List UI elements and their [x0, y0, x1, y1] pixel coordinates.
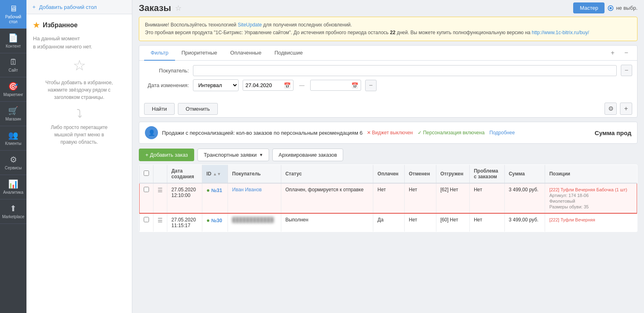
date-from-wrap: 📅: [243, 80, 294, 91]
row-time: 11:15:17: [171, 223, 191, 228]
panel-header: ＋ Добавить рабочий стол: [26, 0, 132, 14]
calendar-icon[interactable]: 📅: [284, 82, 291, 89]
row-sum-cell: 3 499,00 руб.: [504, 183, 545, 213]
hint-1: Чтобы добавить в избранное,: [46, 80, 113, 85]
calendar-icon-2[interactable]: 📅: [351, 82, 358, 89]
date-mode-select[interactable]: Интервал Точная дата Период: [193, 79, 239, 91]
sidebar-item-analytics[interactable]: 📊 Аналитика: [0, 175, 26, 199]
row-buyer-cell: ████████████: [228, 213, 281, 232]
row-menu-icon[interactable]: ☰: [158, 187, 163, 193]
favorites-title-text: Избранное: [43, 22, 78, 29]
row-menu-icon[interactable]: ☰: [158, 217, 163, 223]
header-right: Мастер не выбр.: [573, 2, 637, 13]
favorites-empty-text: На данный момент в избранном ничего нет.: [33, 35, 125, 50]
row-problem-cell: Нет: [469, 183, 504, 213]
sidebar-item-marketplace[interactable]: ⬆ Marketplace: [0, 199, 26, 224]
date-remove-button[interactable]: −: [365, 80, 377, 91]
filter-tab-priority[interactable]: Приоритетные: [175, 46, 224, 61]
sidebar-item-clients[interactable]: 👥 Клиенты: [0, 126, 26, 151]
buyer-input[interactable]: [193, 65, 617, 76]
add-filter-button[interactable]: +: [620, 103, 632, 115]
buyer-remove-button[interactable]: −: [621, 65, 632, 76]
favorites-title: ★ Избранное: [33, 21, 125, 30]
services-icon: ⚙: [10, 155, 17, 164]
title-star-icon[interactable]: ☆: [175, 4, 182, 13]
table-header-row: Датасоздания ID ▲▼ Покупатель Статус Опл…: [139, 165, 637, 184]
add-workspace-button[interactable]: ＋ Добавить рабочий стол: [31, 3, 97, 11]
select-all-checkbox[interactable]: [144, 171, 149, 176]
pers-right: Сумма прод: [595, 129, 631, 136]
row-id-cell: ● №31: [202, 183, 228, 213]
find-button[interactable]: Найти: [144, 103, 175, 115]
sidebar-label-desktop: Рабочий стол: [2, 15, 25, 24]
sidebar-item-shop[interactable]: 🛒 Магазин: [0, 102, 26, 126]
desktop-icon: 🖥: [9, 4, 18, 13]
radio-dot-inner: [609, 7, 612, 9]
archive-button[interactable]: Архивирование заказов: [272, 149, 343, 161]
tab-plus-icon[interactable]: +: [607, 46, 618, 60]
sidebar: 🖥 Рабочий стол 📄 Контент 🗓 Сайт 🎯 Маркет…: [0, 0, 26, 313]
filter-tabs: Фильтр Приоритетные Оплаченные Подвисшие…: [139, 46, 637, 61]
alert-banner: Внимание! Воспользуйтесь технологией Sit…: [139, 17, 637, 41]
pers-badges: ✕ Виджет выключен ✓ Персонализация включ…: [367, 130, 515, 136]
sidebar-item-services[interactable]: ⚙ Сервисы: [0, 151, 26, 175]
analytics-icon: 📊: [8, 179, 18, 189]
add-order-button[interactable]: + Добавить заказ: [139, 149, 194, 161]
sidebar-label-marketing: Маркетинг: [3, 92, 23, 97]
personalization-details-link[interactable]: Подробнее: [489, 130, 515, 136]
master-button[interactable]: Мастер: [573, 2, 605, 13]
favorites-panel: ＋ Добавить рабочий стол ★ Избранное На д…: [26, 0, 132, 313]
transport-button[interactable]: Транспортные заявки ▼: [197, 149, 269, 161]
row-checkbox-cell: [139, 213, 153, 232]
table-row: ☰ 27.05.2020 12:10:00 ● №31 Иван Иванов …: [139, 183, 637, 213]
date-from-input[interactable]: [245, 80, 282, 90]
check-icon: ✓: [418, 130, 422, 136]
table-toolbar: + Добавить заказ Транспортные заявки ▼ А…: [132, 145, 644, 164]
filter-tab-stuck[interactable]: Подвисшие: [268, 46, 309, 61]
filter-tab-paid[interactable]: Оплаченные: [224, 46, 268, 61]
filter-tab-filter[interactable]: Фильтр: [144, 46, 175, 61]
row-date-cell: 27.05.2020 11:15:17: [167, 213, 202, 232]
alert-suffix: для получения последних обновлений.: [262, 22, 352, 28]
row-checkbox[interactable]: [144, 187, 149, 192]
alert-days: 22: [390, 30, 395, 35]
tab-minus-icon[interactable]: −: [620, 46, 632, 60]
buyer-blurred: ████████████: [232, 217, 274, 223]
site-update-link[interactable]: SiteUpdate: [238, 22, 262, 28]
cancel-button[interactable]: Отменить: [178, 103, 217, 115]
order-link[interactable]: №31: [211, 188, 222, 193]
favorites-icon-placeholder: ☆: [33, 57, 125, 74]
positions-text-2: [222] Туфли Вечерняя: [549, 217, 595, 222]
green-dot-icon: ●: [206, 187, 210, 193]
row-status-cell: Выполнен: [281, 213, 373, 232]
plus-icon: ＋: [31, 3, 37, 11]
hint-5: правую область.: [60, 139, 98, 145]
marketplace-icon: ⬆: [10, 204, 17, 213]
th-id[interactable]: ID ▲▼: [202, 165, 228, 184]
buy-link[interactable]: http://www.1c-bitrix.ru/buy/: [532, 30, 589, 35]
row-sum-cell: 3 499,00 руб.: [504, 213, 545, 232]
badge-off-label: Виджет выключен: [372, 130, 413, 136]
order-link[interactable]: №30: [211, 218, 222, 223]
settings-button[interactable]: ⚙: [605, 103, 617, 115]
th-date: Датасоздания: [167, 165, 202, 184]
favorites-section: ★ Избранное На данный момент в избранном…: [26, 14, 132, 313]
row-checkbox[interactable]: [144, 217, 149, 222]
add-workspace-label: Добавить рабочий стол: [39, 4, 97, 10]
sidebar-item-marketing[interactable]: 🎯 Маркетинг: [0, 77, 26, 102]
clients-icon: 👥: [8, 130, 18, 140]
th-menu: [153, 165, 167, 184]
th-checkbox: [139, 165, 153, 184]
date-label: Дата изменения:: [144, 82, 189, 88]
buyer-link[interactable]: Иван Иванов: [232, 187, 262, 193]
page-title-area: Заказы ☆: [139, 3, 182, 13]
not-selected-indicator: не выбр.: [608, 5, 637, 11]
hint-3: заголовком страницы.: [54, 94, 105, 100]
empty-text-2: в избранном ничего нет.: [33, 44, 92, 50]
th-sum: Сумма: [504, 165, 545, 184]
transport-label: Транспортные заявки: [204, 152, 256, 158]
sidebar-item-desktop[interactable]: 🖥 Рабочий стол: [0, 0, 26, 29]
sidebar-item-site[interactable]: 🗓 Сайт: [0, 53, 26, 77]
sidebar-item-content[interactable]: 📄 Контент: [0, 29, 26, 53]
date-to-input[interactable]: [313, 80, 350, 90]
